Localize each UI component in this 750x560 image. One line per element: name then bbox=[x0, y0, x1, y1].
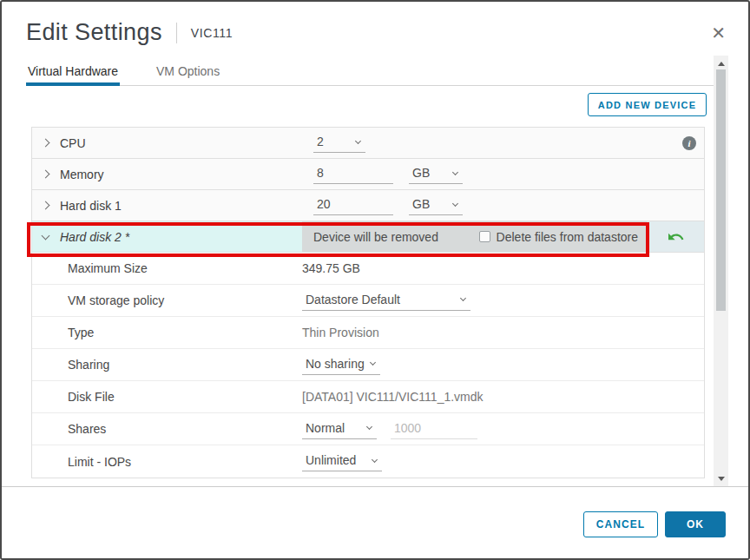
limit-iops-select[interactable]: Unlimited bbox=[302, 451, 382, 471]
chevron-down-icon bbox=[452, 168, 458, 175]
sharing-label: Sharing bbox=[68, 358, 109, 372]
row-cpu[interactable]: CPU 2 i bbox=[31, 127, 705, 159]
chevron-down-icon bbox=[355, 137, 361, 143]
memory-unit-value: GB bbox=[412, 166, 430, 180]
storage-policy-value: Datastore Default bbox=[306, 293, 400, 306]
undo-remove-icon[interactable] bbox=[667, 229, 685, 244]
limit-iops-value: Unlimited bbox=[306, 453, 356, 467]
disk1-unit-select[interactable]: GB bbox=[409, 195, 463, 215]
delete-files-label: Delete files from datastore bbox=[497, 230, 638, 244]
hard-disk-2-label: Hard disk 2 * bbox=[60, 230, 129, 244]
detail-row-shares: Shares Normal 1000 bbox=[32, 413, 704, 445]
detail-row-limit-iops: Limit - IOPs Unlimited bbox=[32, 445, 704, 478]
removal-notice-text: Device will be removed bbox=[313, 230, 438, 244]
sharing-select[interactable]: No sharing bbox=[302, 355, 380, 375]
delete-files-checkbox-group[interactable]: Delete files from datastore bbox=[479, 230, 638, 244]
cpu-count-select[interactable]: 2 bbox=[313, 133, 365, 153]
tab-virtual-hardware[interactable]: Virtual Hardware bbox=[26, 63, 120, 85]
dialog-footer: CANCEL OK bbox=[2, 486, 748, 558]
hardware-list: CPU 2 i Memory 8 GB bbox=[31, 127, 705, 478]
disk1-size-input[interactable]: 20 bbox=[313, 195, 393, 215]
cancel-button[interactable]: CANCEL bbox=[583, 511, 658, 537]
scroll-down-icon[interactable] bbox=[714, 472, 728, 484]
delete-files-checkbox[interactable] bbox=[479, 231, 490, 242]
row-hard-disk-2[interactable]: Hard disk 2 * Device will be removed Del… bbox=[31, 221, 705, 253]
chevron-down-icon bbox=[372, 456, 378, 462]
vm-name: VIC111 bbox=[191, 26, 233, 40]
row-memory[interactable]: Memory 8 GB bbox=[31, 158, 705, 190]
disk-file-label: Disk File bbox=[68, 390, 115, 404]
add-new-device-button[interactable]: ADD NEW DEVICE bbox=[588, 93, 707, 116]
chevron-down-icon bbox=[452, 200, 458, 206]
limit-iops-label: Limit - IOPs bbox=[68, 455, 131, 469]
hard-disk-1-label: Hard disk 1 bbox=[60, 199, 122, 213]
close-icon[interactable]: ✕ bbox=[711, 24, 726, 42]
tab-vm-options[interactable]: VM Options bbox=[155, 63, 221, 85]
chevron-right-icon[interactable] bbox=[42, 201, 50, 210]
row-hard-disk-1[interactable]: Hard disk 1 20 GB bbox=[31, 189, 705, 221]
maximum-size-label: Maximum Size bbox=[68, 261, 148, 275]
detail-row-sharing: Sharing No sharing bbox=[32, 349, 704, 381]
memory-label: Memory bbox=[60, 168, 104, 181]
detail-row-disk-file: Disk File [DATA01] VIC111/VIC111_1.vmdk bbox=[32, 381, 704, 413]
edit-settings-dialog: Edit Settings VIC111 ✕ Virtual Hardware … bbox=[0, 0, 750, 560]
disk1-size-value: 20 bbox=[317, 197, 331, 211]
chevron-down-icon bbox=[370, 359, 376, 366]
removal-notice-section: Device will be removed Delete files from… bbox=[302, 221, 647, 252]
shares-label: Shares bbox=[68, 422, 106, 436]
ok-button[interactable]: OK bbox=[665, 511, 726, 537]
revert-section bbox=[647, 221, 704, 252]
tab-bar: Virtual Hardware VM Options bbox=[26, 63, 719, 86]
disk1-unit-value: GB bbox=[412, 197, 430, 211]
hard-disk-2-details: Maximum Size 349.75 GB VM storage policy… bbox=[31, 253, 705, 478]
cpu-label: CPU bbox=[60, 136, 86, 150]
scrollbar-thumb[interactable] bbox=[716, 69, 726, 311]
detail-row-maximum-size: Maximum Size 349.75 GB bbox=[32, 253, 704, 285]
dialog-titlebar: Edit Settings VIC111 bbox=[26, 19, 233, 46]
hard-disk-2-header: Hard disk 2 * bbox=[32, 221, 302, 252]
shares-amount-value: 1000 bbox=[394, 421, 421, 435]
type-label: Type bbox=[68, 326, 94, 339]
scroll-up-icon[interactable] bbox=[714, 57, 728, 69]
storage-policy-select[interactable]: Datastore Default bbox=[302, 291, 470, 311]
shares-select[interactable]: Normal bbox=[302, 419, 377, 439]
detail-row-type: Type Thin Provision bbox=[32, 317, 704, 349]
vertical-scrollbar[interactable] bbox=[714, 56, 728, 486]
chevron-down-icon bbox=[460, 295, 466, 301]
memory-unit-select[interactable]: GB bbox=[409, 164, 463, 184]
chevron-right-icon[interactable] bbox=[42, 170, 50, 179]
sharing-value: No sharing bbox=[306, 357, 365, 371]
storage-policy-label: VM storage policy bbox=[68, 293, 164, 307]
chevron-right-icon[interactable] bbox=[42, 139, 50, 148]
shares-amount-input[interactable]: 1000 bbox=[391, 419, 477, 439]
detail-row-storage-policy: VM storage policy Datastore Default bbox=[32, 285, 704, 317]
type-value: Thin Provision bbox=[302, 326, 379, 339]
disk-file-value: [DATA01] VIC111/VIC111_1.vmdk bbox=[302, 390, 484, 404]
chevron-down-icon bbox=[366, 424, 372, 430]
dialog-title: Edit Settings bbox=[26, 19, 162, 46]
title-divider bbox=[176, 23, 177, 43]
info-icon[interactable]: i bbox=[682, 136, 696, 150]
shares-value: Normal bbox=[306, 421, 345, 435]
memory-size-value: 8 bbox=[317, 166, 324, 180]
cpu-count-value: 2 bbox=[317, 135, 324, 148]
maximum-size-value: 349.75 GB bbox=[302, 261, 360, 275]
chevron-down-icon[interactable] bbox=[42, 231, 50, 240]
memory-size-input[interactable]: 8 bbox=[313, 164, 393, 184]
